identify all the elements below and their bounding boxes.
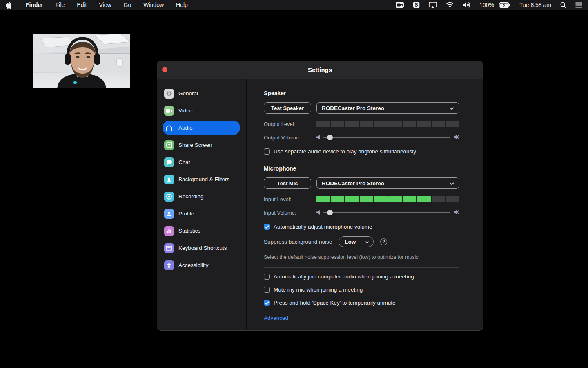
settings-window: Settings General Video bbox=[157, 61, 483, 331]
input-level-label: Input Level: bbox=[264, 196, 316, 202]
menubar-app-name[interactable]: Finder bbox=[26, 2, 43, 8]
menu-file[interactable]: File bbox=[56, 2, 65, 8]
ringtone-device-checkbox-row[interactable]: Use separate audio device to play ringto… bbox=[264, 148, 459, 155]
input-level-meter bbox=[316, 196, 459, 202]
share-screen-icon bbox=[164, 140, 174, 150]
auto-join-audio-checkbox-row[interactable]: Automatically join computer audio when j… bbox=[264, 274, 459, 280]
suppress-noise-description: Select the default noise suppression lev… bbox=[264, 254, 459, 260]
keyboard-icon bbox=[164, 243, 174, 253]
gear-icon bbox=[164, 89, 174, 99]
audio-settings-panel: Speaker Test Speaker RODECaster Pro Ster… bbox=[247, 79, 483, 330]
advanced-link[interactable]: Advanced bbox=[264, 315, 459, 321]
ringtone-device-checkbox[interactable] bbox=[264, 148, 270, 155]
sidebar-item-chat[interactable]: Chat bbox=[163, 155, 240, 169]
record-icon bbox=[164, 192, 174, 202]
input-volume-label: Input Volume: bbox=[264, 210, 316, 216]
mute-mic-checkbox-row[interactable]: Mute my mic when joining a meeting bbox=[264, 287, 459, 293]
sidebar-item-statistics[interactable]: Statistics bbox=[163, 224, 240, 238]
battery-percent: 100% bbox=[479, 2, 494, 8]
sidebar-item-keyboard-shortcuts[interactable]: Keyboard Shortcuts bbox=[163, 241, 240, 255]
bar-chart-icon bbox=[164, 226, 174, 236]
headphones-icon bbox=[164, 123, 174, 133]
desktop: Finder File Edit View Go Window Help S bbox=[0, 0, 588, 368]
video-camera-icon bbox=[164, 106, 174, 116]
menubar-clock[interactable]: Tue 8:58 am bbox=[519, 2, 551, 8]
video-camera-status-icon[interactable] bbox=[396, 2, 404, 8]
settings-sidebar: General Video Audio bbox=[157, 79, 247, 330]
volume-status-icon[interactable] bbox=[463, 2, 470, 8]
test-speaker-button[interactable]: Test Speaker bbox=[264, 102, 311, 114]
menu-view[interactable]: View bbox=[99, 2, 111, 8]
output-volume-thumb[interactable] bbox=[327, 135, 333, 140]
volume-low-icon bbox=[316, 134, 320, 141]
push-to-talk-checkbox-row[interactable]: Press and hold 'Space Key' to temporaril… bbox=[264, 300, 459, 306]
input-volume-slider[interactable] bbox=[323, 210, 450, 215]
person-background-icon bbox=[164, 175, 174, 184]
wifi-icon[interactable] bbox=[446, 2, 454, 8]
window-title: Settings bbox=[308, 66, 332, 73]
mute-mic-checkbox[interactable] bbox=[264, 287, 270, 293]
help-icon[interactable]: ? bbox=[380, 238, 387, 245]
sidebar-item-audio[interactable]: Audio bbox=[163, 121, 240, 135]
microphone-device-dropdown[interactable]: RODECaster Pro Stereo bbox=[316, 177, 459, 189]
airplay-display-icon[interactable] bbox=[429, 2, 437, 8]
speaker-device-dropdown[interactable]: RODECaster Pro Stereo bbox=[316, 102, 459, 114]
accessibility-icon bbox=[164, 260, 174, 270]
close-window-button[interactable] bbox=[162, 67, 167, 72]
menu-go[interactable]: Go bbox=[124, 2, 131, 8]
push-to-talk-checkbox[interactable] bbox=[264, 300, 270, 306]
chat-bubble-icon bbox=[164, 157, 174, 167]
input-volume-thumb[interactable] bbox=[327, 210, 333, 215]
menu-help[interactable]: Help bbox=[176, 2, 188, 8]
output-volume-label: Output Volume: bbox=[264, 135, 316, 141]
output-volume-slider[interactable] bbox=[323, 135, 450, 140]
microphone-device-value: RODECaster Pro Stereo bbox=[322, 180, 384, 186]
suppress-noise-label: Suppress background noise bbox=[264, 239, 332, 245]
notification-center-icon[interactable] bbox=[575, 2, 582, 8]
suppress-noise-value: Low bbox=[345, 239, 356, 245]
speaker-heading: Speaker bbox=[264, 90, 459, 96]
auto-adjust-volume-checkbox-row[interactable]: Automatically adjust microphone volume bbox=[264, 224, 459, 230]
suppress-noise-dropdown[interactable]: Low bbox=[339, 236, 374, 247]
sidebar-item-accessibility[interactable]: Accessibility bbox=[163, 258, 240, 272]
sidebar-item-share-screen[interactable]: Share Screen bbox=[163, 138, 240, 152]
output-level-label: Output Level: bbox=[264, 121, 316, 127]
apple-menu-icon[interactable] bbox=[6, 2, 12, 9]
sidebar-item-background-filters[interactable]: Background & Filters bbox=[163, 172, 240, 186]
chevron-down-icon bbox=[365, 239, 369, 245]
sidebar-item-recording[interactable]: Recording bbox=[163, 189, 240, 204]
output-level-meter bbox=[316, 121, 459, 127]
window-titlebar[interactable]: Settings bbox=[157, 61, 483, 79]
sidebar-item-profile[interactable]: Profile bbox=[163, 206, 240, 221]
chevron-down-icon bbox=[450, 180, 454, 186]
microphone-heading: Microphone bbox=[264, 165, 459, 172]
chevron-down-icon bbox=[450, 105, 454, 111]
volume-high-icon bbox=[454, 209, 459, 216]
volume-low-icon bbox=[316, 209, 320, 216]
speaker-device-value: RODECaster Pro Stereo bbox=[322, 105, 384, 111]
menu-bar: Finder File Edit View Go Window Help S bbox=[0, 0, 588, 10]
menu-window[interactable]: Window bbox=[143, 2, 164, 8]
sidebar-item-general[interactable]: General bbox=[163, 86, 240, 101]
test-mic-button[interactable]: Test Mic bbox=[264, 177, 311, 189]
section-divider bbox=[264, 267, 459, 268]
auto-adjust-volume-checkbox[interactable] bbox=[264, 224, 270, 230]
spotlight-search-icon[interactable] bbox=[560, 2, 566, 8]
sidebar-item-video[interactable]: Video bbox=[163, 103, 240, 118]
svg-text:S: S bbox=[415, 2, 418, 8]
volume-high-icon bbox=[454, 134, 459, 141]
s-badge-status-icon[interactable]: S bbox=[413, 2, 420, 8]
battery-indicator[interactable]: 100% bbox=[479, 2, 510, 8]
auto-join-audio-checkbox[interactable] bbox=[264, 274, 270, 280]
menu-edit[interactable]: Edit bbox=[77, 2, 87, 8]
self-view-video-window[interactable] bbox=[33, 33, 131, 89]
profile-person-icon bbox=[164, 209, 174, 219]
